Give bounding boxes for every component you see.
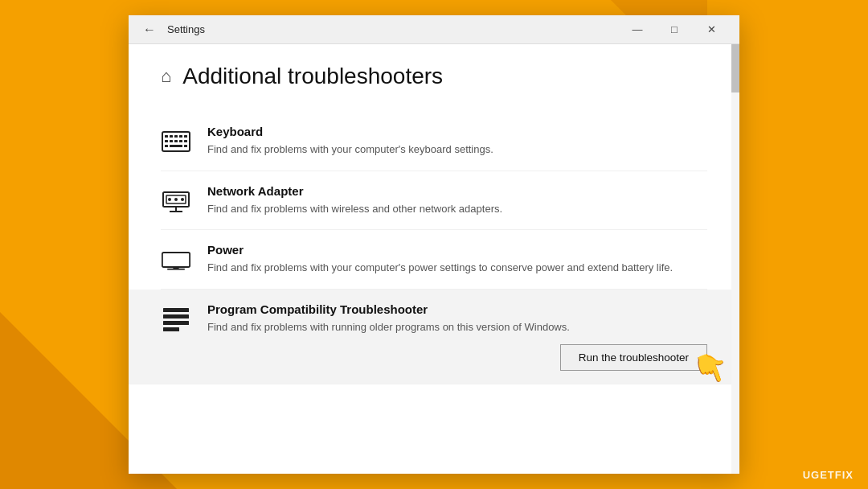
network-troubleshooter-item: Network Adapter Find and fix problems wi… [161,171,707,231]
svg-point-19 [174,198,178,201]
svg-rect-3 [174,135,178,138]
svg-rect-10 [184,140,187,142]
scrollbar-thumb[interactable] [731,44,739,92]
svg-rect-6 [165,140,168,142]
svg-rect-1 [165,135,168,138]
back-button[interactable]: ← [138,18,161,41]
svg-rect-24 [163,308,189,312]
compat-icon [161,304,191,335]
svg-rect-12 [165,145,168,147]
minimize-button[interactable]: — [619,15,656,44]
svg-rect-5 [184,135,187,138]
page-title: Additional troubleshooters [182,64,443,89]
svg-rect-11 [170,145,182,147]
close-button[interactable]: ✕ [693,15,730,44]
keyboard-item-desc: Find and fix problems with your computer… [207,142,707,158]
power-icon [161,244,191,275]
power-troubleshooter-item: Power Find and fix problems with your co… [161,230,707,290]
compat-item-desc: Find and fix problems with running older… [207,319,707,335]
compat-troubleshooter-item: Program Compatibility Troubleshooter Fin… [129,290,739,385]
svg-point-20 [181,198,184,201]
keyboard-troubleshooter-item: Keyboard Find and fix problems with your… [161,112,707,171]
maximize-button[interactable]: □ [656,15,693,44]
network-icon [161,186,191,216]
network-item-name: Network Adapter [207,184,707,198]
svg-rect-7 [170,140,173,142]
watermark: UGETFIX [803,469,854,481]
title-bar: ← Settings — □ ✕ [129,15,739,44]
page-header: ⌂ Additional troubleshooters [161,64,707,89]
window-title: Settings [167,23,619,35]
window-controls: — □ ✕ [619,15,730,44]
settings-window: ← Settings — □ ✕ ⌂ Additional troublesho… [129,15,739,474]
keyboard-item-content: Keyboard Find and fix problems with your… [207,125,707,158]
keyboard-icon [161,126,191,157]
power-item-name: Power [207,243,707,257]
svg-rect-27 [163,327,179,331]
compat-item-name: Program Compatibility Troubleshooter [207,302,707,316]
network-item-content: Network Adapter Find and fix problems wi… [207,184,707,217]
content-area: ⌂ Additional troubleshooters [129,44,739,474]
svg-rect-2 [170,135,173,138]
svg-rect-25 [163,314,189,318]
run-troubleshooter-button[interactable]: Run the troubleshooter [560,344,707,371]
svg-rect-8 [174,140,178,142]
power-item-desc: Find and fix problems with your computer… [207,260,707,276]
network-item-desc: Find and fix problems with wireless and … [207,201,707,217]
home-icon: ⌂ [161,66,171,87]
power-item-content: Power Find and fix problems with your co… [207,243,707,276]
svg-rect-9 [179,140,182,142]
svg-rect-26 [163,321,189,325]
run-btn-container: Run the troubleshooter 👇 [207,344,707,371]
svg-point-18 [168,198,171,201]
svg-rect-4 [179,135,182,138]
compat-item-content: Program Compatibility Troubleshooter Fin… [207,302,707,372]
keyboard-item-name: Keyboard [207,125,707,138]
svg-rect-21 [162,253,190,267]
scrollbar-track[interactable] [731,44,739,474]
svg-rect-13 [184,145,187,147]
